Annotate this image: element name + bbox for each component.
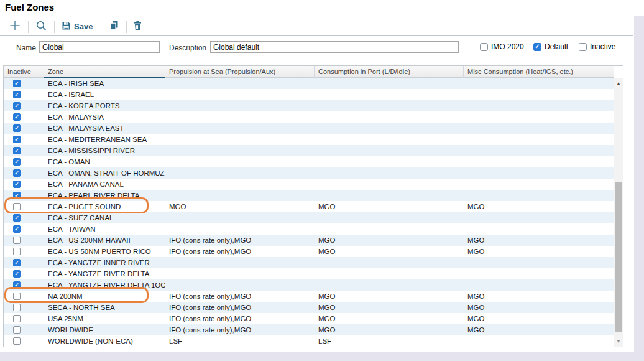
zone-cell: ECA - OMAN [44,158,165,166]
zone-cell: ECA - MALAYSIA [44,113,165,121]
misc-consumption-cell: MGO [464,304,614,311]
inactive-checkbox[interactable] [579,43,587,51]
zone-cell: ECA - ISRAEL [44,91,165,98]
vertical-scrollbar[interactable]: ▲ ▼ [614,78,623,347]
row-inactive-checkbox[interactable]: ✓ [13,281,21,289]
table-row[interactable]: WORLDWIDE IFO (cons rate only),MGO MGO M… [4,324,614,335]
consumption-in-port-cell: MGO [315,315,464,322]
table-row[interactable]: ✓ ECA - MALAYSIA [4,111,614,123]
table-row[interactable]: ✓ ECA - KOREA PORTS [4,100,614,111]
zone-cell: WORLDWIDE [44,326,165,334]
table-row[interactable]: ✓ ECA - YANGTZE RIVER DELTA [4,268,614,279]
column-header-port-consumption[interactable]: Consumption in Port (L/D/Idle) [315,66,464,78]
scroll-up-icon[interactable]: ▲ [614,81,623,85]
delete-button[interactable] [130,19,145,35]
row-inactive-checkbox[interactable]: ✓ [13,192,21,199]
add-button[interactable] [5,19,25,35]
row-inactive-checkbox[interactable] [13,337,21,345]
save-button-label: Save [74,22,93,31]
zone-cell: ECA - US 200NM HAWAII [44,237,165,244]
column-header-misc-consumption[interactable]: Misc Consumption (Heat/IGS, etc.) [464,66,614,78]
propulsion-at-sea-cell: IFO (cons rate only),MGO [165,293,315,300]
table-row[interactable]: ✓ ECA - MISSISSIPPI RIVER [4,145,614,156]
zone-cell: ECA - PANAMA CANAL [44,180,165,188]
row-inactive-checkbox[interactable]: ✓ [13,158,21,166]
table-row[interactable]: ✓ ECA - SUEZ CANAL [4,212,614,223]
table-row[interactable]: WORLDWIDE (NON-ECA) LSF LSF [4,335,614,347]
scrollbar-thumb[interactable] [615,182,622,332]
table-row[interactable]: ✓ ECA - IRISH SEA [4,78,614,89]
table-row[interactable]: ✓ ECA - YANGTZE INNER RIVER [4,257,614,268]
misc-consumption-cell: MGO [464,293,614,300]
default-checkbox[interactable]: ✓ [533,43,541,51]
save-button[interactable]: Save [58,19,96,35]
row-inactive-checkbox[interactable] [13,293,21,300]
table-row[interactable]: ✓ ECA - OMAN [4,156,614,167]
column-header-propulsion[interactable]: Propulsion at Sea (Propulsion/Aux) [165,66,315,78]
name-input[interactable] [39,41,160,53]
search-button[interactable] [32,19,51,35]
propulsion-at-sea-cell: IFO (cons rate only),MGO [165,248,315,255]
table-row[interactable]: ✓ ECA - ISRAEL [4,89,614,100]
row-inactive-checkbox[interactable]: ✓ [13,80,21,87]
consumption-in-port-cell: LSF [315,337,464,345]
misc-consumption-cell: MGO [464,248,614,255]
copy-icon [109,21,119,32]
table-row[interactable]: ✓ ECA - PANAMA CANAL [4,179,614,190]
zone-cell: USA 25NM [44,315,165,322]
consumption-in-port-cell: MGO [315,248,464,255]
scroll-down-icon[interactable]: ▼ [614,339,623,344]
row-inactive-checkbox[interactable]: ✓ [13,136,21,143]
row-inactive-checkbox[interactable]: ✓ [13,169,21,177]
zone-cell: ECA - YANGTZE RIVER DELTA 1OCT [44,281,165,289]
row-inactive-checkbox[interactable] [13,315,21,322]
row-inactive-checkbox[interactable] [13,304,21,311]
fuel-zones-table: Inactive Zone Propulsion at Sea (Propuls… [3,65,623,347]
row-inactive-checkbox[interactable]: ✓ [13,91,21,98]
row-inactive-checkbox[interactable]: ✓ [13,102,21,110]
table-row[interactable]: USA 25NM IFO (cons rate only),MGO MGO MG… [4,313,614,324]
zone-cell: ECA - PUGET SOUND [44,203,165,210]
table-row[interactable]: ✓ ECA - TAIWAN [4,223,614,235]
table-row[interactable]: SECA - NORTH SEA IFO (cons rate only),MG… [4,302,614,313]
propulsion-at-sea-cell: IFO (cons rate only),MGO [165,326,315,334]
fuel-zones-page: Fuel Zones Save [0,0,644,361]
consumption-in-port-cell: MGO [315,203,464,210]
table-row[interactable]: ECA - US 50NM PUERTO RICO IFO (cons rate… [4,246,614,257]
zone-cell: ECA - SUEZ CANAL [44,214,165,222]
zone-cell: ECA - KOREA PORTS [44,102,165,110]
table-row[interactable]: ECA - US 200NM HAWAII IFO (cons rate onl… [4,235,614,246]
row-inactive-checkbox[interactable] [13,326,21,334]
row-inactive-checkbox[interactable] [13,203,21,210]
table-row[interactable]: NA 200NM IFO (cons rate only),MGO MGO MG… [4,291,614,302]
table-row[interactable]: ECA - PUGET SOUND MGO MGO MGO [4,201,614,212]
table-body: ✓ ECA - IRISH SEA ✓ ECA - ISRAEL ✓ ECA -… [4,78,614,347]
table-row[interactable]: ✓ ECA - PEARL RIVER DELTA [4,190,614,201]
adjacent-panel-strip [634,16,644,361]
row-inactive-checkbox[interactable]: ✓ [13,113,21,121]
row-inactive-checkbox[interactable] [13,237,21,244]
inactive-label: Inactive [590,42,615,51]
zone-cell: ECA - TAIWAN [44,225,165,233]
table-row[interactable]: ✓ ECA - MEDITERRANEAN SEA [4,134,614,145]
row-inactive-checkbox[interactable]: ✓ [13,225,21,233]
table-row[interactable]: ✓ ECA - YANGTZE RIVER DELTA 1OCT [4,279,614,291]
row-inactive-checkbox[interactable]: ✓ [13,214,21,222]
copy-button[interactable] [105,19,123,35]
column-header-inactive[interactable]: Inactive [4,66,44,78]
row-inactive-checkbox[interactable]: ✓ [13,124,21,132]
row-inactive-checkbox[interactable]: ✓ [13,180,21,188]
propulsion-at-sea-cell: IFO (cons rate only),MGO [165,237,315,244]
row-inactive-checkbox[interactable] [13,248,21,255]
row-inactive-checkbox[interactable]: ✓ [13,270,21,278]
misc-consumption-cell: MGO [464,326,614,334]
row-inactive-checkbox[interactable]: ✓ [13,147,21,154]
toolbar-separator [0,35,633,36]
toolbar: Save [5,18,145,35]
table-row[interactable]: ✓ ECA - MALAYSIA EAST [4,123,614,134]
description-input[interactable] [210,41,459,53]
imo-2020-checkbox[interactable] [480,43,488,51]
column-header-zone[interactable]: Zone [44,66,165,78]
row-inactive-checkbox[interactable]: ✓ [13,259,21,266]
table-row[interactable]: ✓ ECA - OMAN, STRAIT OF HORMUZ [4,167,614,179]
